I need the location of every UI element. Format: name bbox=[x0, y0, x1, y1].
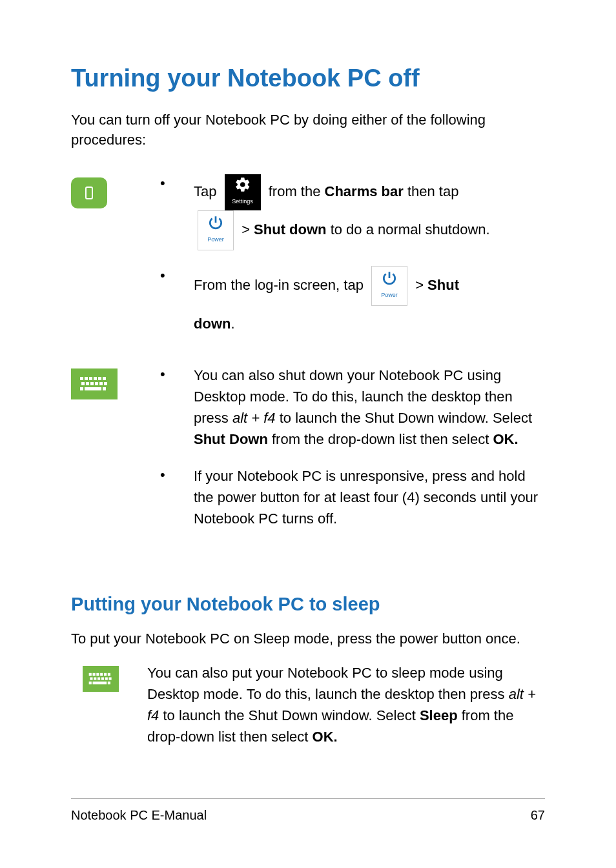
settings-tile-icon: Settings bbox=[225, 174, 261, 210]
footer-title: Notebook PC E-Manual bbox=[71, 808, 207, 823]
sleep-intro: To put your Notebook PC on Sleep mode, p… bbox=[71, 629, 545, 649]
power-label: Power bbox=[381, 288, 398, 303]
ok-bold: OK. bbox=[313, 729, 338, 745]
svg-rect-8 bbox=[90, 382, 94, 385]
svg-rect-22 bbox=[94, 677, 96, 680]
text: to launch the Shut Down window. Select bbox=[276, 410, 532, 426]
svg-rect-26 bbox=[109, 677, 112, 680]
svg-rect-1 bbox=[85, 377, 88, 380]
bullet-dot: • bbox=[155, 365, 194, 385]
shutdown-bold: Shut down bbox=[254, 221, 326, 237]
sleep-bold: Sleep bbox=[420, 707, 458, 723]
touch-section: • Tap Settings from the Charms bar then … bbox=[71, 174, 545, 357]
svg-rect-28 bbox=[93, 681, 107, 684]
bullet-dot: • bbox=[155, 465, 194, 485]
power-tile-icon: Power bbox=[371, 266, 407, 306]
shut-bold: Shut bbox=[427, 277, 459, 293]
bullet-dot: • bbox=[155, 266, 194, 286]
touch-bullet-1: • Tap Settings from the Charms bar then … bbox=[155, 174, 545, 250]
text: > bbox=[241, 221, 254, 237]
svg-rect-7 bbox=[86, 382, 89, 385]
svg-rect-4 bbox=[98, 377, 101, 380]
svg-rect-5 bbox=[103, 377, 106, 380]
text: then tap bbox=[407, 183, 459, 199]
heading-sleep: Putting your Notebook PC to sleep bbox=[71, 594, 545, 615]
ok-bold: OK. bbox=[493, 431, 518, 447]
svg-rect-3 bbox=[94, 377, 97, 380]
alt-f4-kbd: alt + f4 bbox=[232, 410, 276, 426]
text: from the bbox=[269, 183, 325, 199]
down-bold: down bbox=[194, 316, 231, 332]
touch-icon bbox=[71, 177, 107, 208]
svg-rect-2 bbox=[89, 377, 92, 380]
svg-rect-29 bbox=[108, 681, 110, 684]
heading-turning-off: Turning your Notebook PC off bbox=[71, 65, 545, 92]
page-footer: Notebook PC E-Manual 67 bbox=[71, 798, 545, 823]
text: You can also put your Notebook PC to sle… bbox=[147, 665, 509, 702]
svg-rect-20 bbox=[108, 672, 110, 675]
text: to do a normal shutdown. bbox=[331, 221, 490, 237]
svg-rect-11 bbox=[104, 382, 107, 385]
svg-rect-17 bbox=[96, 672, 99, 675]
text: to launch the Shut Down window. Select bbox=[159, 707, 420, 723]
keyboard-bullet-2: • If your Notebook PC is unresponsive, p… bbox=[155, 465, 545, 529]
power-label: Power bbox=[207, 232, 224, 247]
footer-page-number: 67 bbox=[531, 808, 545, 823]
intro-paragraph: You can turn off your Notebook PC by doi… bbox=[71, 110, 545, 150]
keyboard-section: • You can also shut down your Notebook P… bbox=[71, 365, 545, 545]
svg-rect-15 bbox=[89, 672, 92, 675]
text: > bbox=[415, 277, 427, 293]
keyboard-bullet-1: • You can also shut down your Notebook P… bbox=[155, 365, 545, 450]
svg-rect-18 bbox=[100, 672, 103, 675]
svg-rect-12 bbox=[80, 387, 83, 390]
keyboard-icon bbox=[83, 666, 119, 692]
text: From the log-in screen, tap bbox=[194, 277, 367, 293]
svg-rect-19 bbox=[104, 672, 107, 675]
svg-rect-13 bbox=[85, 387, 101, 390]
svg-rect-27 bbox=[89, 681, 92, 684]
keyboard-icon bbox=[71, 368, 118, 399]
page-content: Turning your Notebook PC off You can tur… bbox=[71, 65, 545, 823]
shutdown-bold: Shut Down bbox=[194, 431, 268, 447]
svg-rect-9 bbox=[95, 382, 98, 385]
text: . bbox=[231, 316, 234, 332]
svg-rect-16 bbox=[93, 672, 96, 675]
power-tile-icon: Power bbox=[198, 210, 234, 250]
text: from the drop-down list then select bbox=[268, 431, 493, 447]
svg-rect-24 bbox=[101, 677, 104, 680]
svg-rect-6 bbox=[81, 382, 85, 385]
touch-bullet-2: • From the log-in screen, tap Power > Sh… bbox=[155, 266, 545, 341]
svg-rect-21 bbox=[90, 677, 92, 680]
text: If your Notebook PC is unresponsive, pre… bbox=[194, 465, 545, 529]
settings-label: Settings bbox=[232, 194, 253, 209]
svg-rect-25 bbox=[105, 677, 108, 680]
sleep-note-section: You can also put your Notebook PC to sle… bbox=[71, 662, 545, 747]
svg-rect-10 bbox=[99, 382, 103, 385]
text: Tap bbox=[194, 183, 221, 199]
svg-rect-14 bbox=[103, 387, 106, 390]
bullet-dot: • bbox=[155, 174, 194, 194]
svg-rect-23 bbox=[98, 677, 100, 680]
charms-bar-bold: Charms bar bbox=[325, 183, 404, 199]
svg-rect-0 bbox=[80, 377, 83, 380]
